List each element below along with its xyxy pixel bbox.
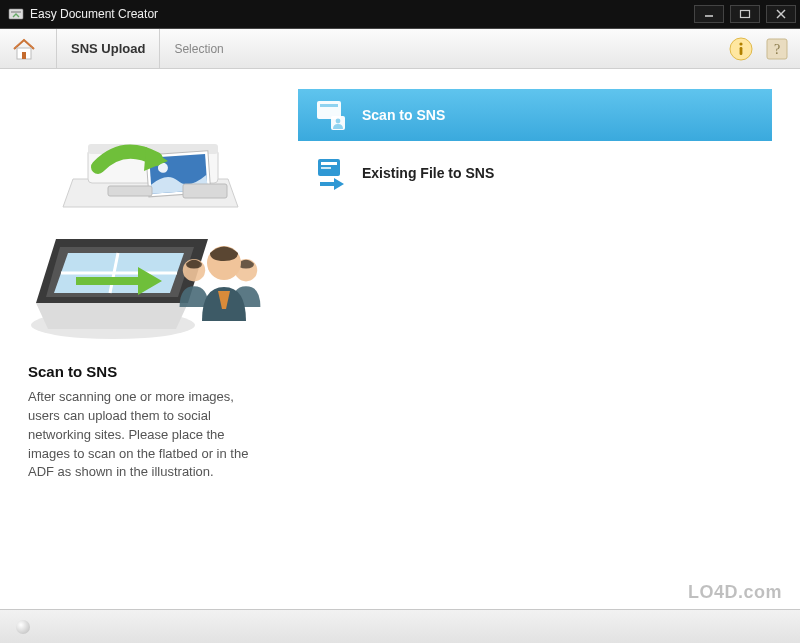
app-window: Easy Document Creator: [0, 0, 800, 643]
svg-rect-19: [183, 184, 227, 198]
home-button[interactable]: [10, 35, 38, 63]
svg-text:?: ?: [774, 42, 780, 57]
breadcrumb-primary[interactable]: SNS Upload: [56, 29, 160, 68]
maximize-button[interactable]: [730, 5, 760, 23]
existing-file-icon: [314, 156, 348, 190]
minimize-icon: [703, 10, 715, 18]
window-controls: [694, 5, 796, 23]
option-label: Existing File to SNS: [362, 165, 494, 181]
svg-point-31: [336, 119, 341, 124]
toolbar: SNS Upload Selection ?: [0, 29, 800, 69]
svg-rect-3: [741, 11, 750, 18]
svg-rect-20: [108, 186, 152, 196]
minimize-button[interactable]: [694, 5, 724, 23]
option-existing-file-to-sns[interactable]: Existing File to SNS: [298, 147, 772, 199]
info-button[interactable]: [728, 36, 754, 62]
window-body: SNS Upload Selection ?: [0, 28, 800, 643]
svg-rect-10: [740, 47, 743, 55]
svg-rect-34: [321, 167, 331, 169]
help-icon: ?: [764, 36, 790, 62]
info-icon: [728, 36, 754, 62]
close-button[interactable]: [766, 5, 796, 23]
svg-rect-33: [321, 162, 337, 165]
svg-rect-29: [320, 104, 338, 107]
breadcrumb-secondary: Selection: [160, 42, 223, 56]
titlebar: Easy Document Creator: [0, 0, 800, 28]
svg-rect-1: [11, 11, 21, 13]
svg-rect-7: [22, 52, 26, 59]
option-scan-to-sns[interactable]: Scan to SNS: [298, 89, 772, 141]
app-icon: [8, 6, 24, 22]
window-title: Easy Document Creator: [30, 7, 694, 21]
maximize-icon: [739, 9, 751, 19]
left-pane-title: Scan to SNS: [28, 363, 268, 380]
status-indicator-icon: [16, 620, 30, 634]
svg-point-9: [739, 42, 742, 45]
home-icon: [10, 35, 38, 63]
status-bar: [0, 609, 800, 643]
content-area: Scan to SNS After scanning one or more i…: [0, 69, 800, 609]
illustration: [28, 89, 268, 349]
help-button[interactable]: ?: [764, 36, 790, 62]
scan-to-sns-icon: [314, 98, 348, 132]
option-label: Scan to SNS: [362, 107, 445, 123]
close-icon: [775, 9, 787, 19]
right-pane: Scan to SNS Existing File to SNS: [298, 89, 772, 589]
left-pane: Scan to SNS After scanning one or more i…: [28, 89, 268, 589]
left-pane-description: After scanning one or more images, users…: [28, 388, 268, 482]
